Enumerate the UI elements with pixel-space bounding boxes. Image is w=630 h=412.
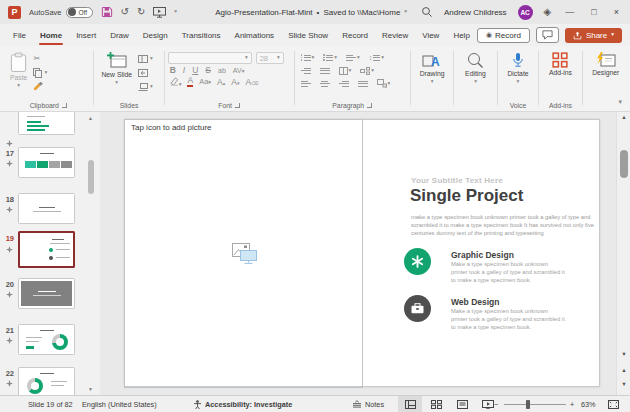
font-color-button[interactable]: A bbox=[187, 77, 193, 87]
autosave-toggle[interactable]: Off bbox=[66, 7, 93, 18]
share-button[interactable]: Share ▾ bbox=[565, 28, 622, 43]
align-left-button[interactable] bbox=[301, 78, 311, 89]
text-shadow-button[interactable]: ab bbox=[218, 67, 226, 74]
paste-button[interactable]: Paste ▾ bbox=[6, 49, 31, 99]
tab-design[interactable]: Design bbox=[136, 24, 175, 46]
smartart-graphic-button[interactable]: ▾ bbox=[377, 78, 391, 89]
comments-button[interactable] bbox=[536, 27, 559, 43]
font-name-combo[interactable]: ▾ bbox=[168, 52, 252, 64]
language-indicator[interactable]: English (United States) bbox=[82, 396, 157, 412]
web-design-body[interactable]: Make a type specimen book unknown printe… bbox=[451, 308, 565, 331]
slide-thumbnail-16[interactable] bbox=[18, 112, 75, 135]
accessibility-status[interactable]: Accessibility: Investigate bbox=[193, 396, 292, 412]
italic-button[interactable]: I bbox=[183, 66, 185, 75]
record-button[interactable]: ◉ Record bbox=[477, 28, 530, 43]
paragraph-dialog-launcher[interactable] bbox=[367, 103, 372, 108]
decrease-font-button[interactable]: A▾ bbox=[231, 78, 239, 87]
gem-feature-icon[interactable]: ◈ bbox=[544, 7, 552, 17]
copy-button[interactable]: ▾ bbox=[33, 67, 47, 78]
tab-transitions[interactable]: Transitions bbox=[175, 24, 228, 46]
search-icon[interactable] bbox=[421, 6, 433, 18]
avatar[interactable]: AC bbox=[518, 5, 533, 20]
highlight-color-button[interactable]: ▾ bbox=[170, 77, 182, 88]
start-slideshow-icon[interactable] bbox=[153, 7, 166, 18]
tab-home[interactable]: Home bbox=[33, 24, 69, 46]
reset-slide-button[interactable] bbox=[138, 67, 153, 78]
tab-draw[interactable]: Draw bbox=[103, 24, 136, 46]
web-design-title[interactable]: Web Design bbox=[451, 297, 500, 307]
user-name[interactable]: Andrew Childress bbox=[444, 8, 507, 17]
new-slide-button[interactable]: New Slide ▾ bbox=[97, 49, 136, 99]
zoom-in-button[interactable]: + bbox=[570, 396, 574, 412]
thumbnail-scrollbar[interactable]: ▲ ▼ bbox=[86, 112, 96, 395]
drawing-button[interactable]: A Drawing ▾ bbox=[416, 49, 449, 99]
minimize-button[interactable]: — bbox=[562, 7, 577, 17]
columns-button[interactable]: ▾ bbox=[339, 65, 352, 76]
bullets-button[interactable]: ▾ bbox=[301, 52, 315, 63]
slide-thumbnail-17[interactable] bbox=[18, 147, 75, 178]
graphic-design-body[interactable]: Make a type specimen book unknown printe… bbox=[451, 261, 565, 284]
normal-view-button[interactable] bbox=[398, 396, 422, 412]
graphic-design-icon[interactable] bbox=[404, 248, 431, 275]
picture-placeholder[interactable]: Tap icon to add picture bbox=[124, 119, 363, 388]
web-design-icon[interactable] bbox=[404, 295, 431, 322]
tab-view[interactable]: View bbox=[415, 24, 446, 46]
underline-button[interactable]: U bbox=[192, 66, 198, 75]
indent-buttons[interactable]: ▾ bbox=[346, 52, 360, 63]
tab-insert[interactable]: Insert bbox=[69, 24, 103, 46]
slide-layout-button[interactable]: ▾ bbox=[138, 53, 153, 64]
align-right-button[interactable] bbox=[339, 78, 349, 89]
scroll-up-icon[interactable]: ▲ bbox=[88, 115, 93, 121]
section-button[interactable]: ▾ bbox=[138, 81, 153, 92]
text-direction-button[interactable] bbox=[301, 65, 311, 76]
powerpoint-app-icon[interactable]: P bbox=[8, 6, 21, 19]
slide-editor[interactable]: Tap icon to add picture Your Subtitle Te… bbox=[124, 119, 600, 387]
slide-thumbnail-21[interactable] bbox=[18, 324, 75, 355]
slide-thumbnail-22[interactable] bbox=[18, 367, 75, 395]
slide-subtitle[interactable]: Your Subtitle Text Here bbox=[411, 176, 503, 185]
tab-file[interactable]: File bbox=[6, 24, 33, 46]
undo-icon[interactable]: ↺ bbox=[121, 7, 129, 17]
tab-review[interactable]: Review bbox=[375, 24, 415, 46]
autosave-control[interactable]: AutoSave Off bbox=[29, 7, 93, 18]
dictate-button[interactable]: Dictate ▾ bbox=[503, 49, 532, 99]
graphic-design-title[interactable]: Graphic Design bbox=[451, 250, 514, 260]
canvas-scrollbar[interactable]: ▲ ▼ ▲ ▼ bbox=[616, 112, 630, 395]
line-spacing-button[interactable]: ↕▾ bbox=[369, 52, 384, 63]
designer-button[interactable]: Designer bbox=[588, 49, 623, 99]
zoom-out-button[interactable]: − bbox=[494, 396, 498, 412]
zoom-slider-track[interactable] bbox=[504, 404, 566, 405]
zoom-percentage[interactable]: 63% bbox=[581, 396, 596, 412]
zoom-slider-thumb[interactable] bbox=[526, 400, 530, 409]
tab-animations[interactable]: Animations bbox=[228, 24, 282, 46]
character-spacing-button[interactable]: AV▾ bbox=[233, 67, 245, 75]
slide-thumbnail-20[interactable] bbox=[18, 278, 75, 309]
quick-access-more-icon[interactable]: ▾ bbox=[174, 9, 177, 15]
numbering-button[interactable]: ▾ bbox=[323, 52, 337, 63]
scrollbar-thumb[interactable] bbox=[88, 160, 94, 194]
strikethrough-button[interactable]: S bbox=[205, 66, 211, 75]
notes-button[interactable]: Notes bbox=[352, 396, 384, 412]
tab-help[interactable]: Help bbox=[446, 24, 476, 46]
add-ins-button[interactable]: Add-ins bbox=[545, 49, 576, 99]
scroll-down-icon[interactable]: ▼ bbox=[88, 386, 93, 392]
slide-title[interactable]: Single Project bbox=[410, 186, 523, 206]
slide-sorter-view-button[interactable] bbox=[424, 396, 448, 412]
align-text-button[interactable] bbox=[320, 65, 330, 76]
slide-body-text[interactable]: make a type specimen book unknown printe… bbox=[411, 214, 595, 238]
clipboard-dialog-launcher[interactable] bbox=[62, 103, 67, 108]
justify-button[interactable] bbox=[358, 78, 368, 89]
next-slide-icon[interactable]: ▼ bbox=[617, 381, 630, 387]
redo-icon[interactable]: ↻ bbox=[137, 7, 145, 17]
font-dialog-launcher[interactable] bbox=[235, 103, 240, 108]
scroll-up-icon[interactable]: ▲ bbox=[617, 114, 630, 120]
previous-slide-icon[interactable]: ▲ bbox=[617, 367, 630, 373]
tab-record[interactable]: Record bbox=[335, 24, 375, 46]
collapse-ribbon-icon[interactable]: ▾ bbox=[618, 98, 622, 105]
slide-thumbnail-19-selected[interactable] bbox=[18, 231, 75, 268]
scrollbar-thumb[interactable] bbox=[620, 150, 628, 178]
editing-button[interactable]: Editing ▾ bbox=[461, 49, 490, 99]
reading-view-button[interactable] bbox=[450, 396, 474, 412]
fit-slide-to-window-button[interactable] bbox=[602, 396, 624, 412]
align-center-button[interactable] bbox=[320, 78, 330, 89]
